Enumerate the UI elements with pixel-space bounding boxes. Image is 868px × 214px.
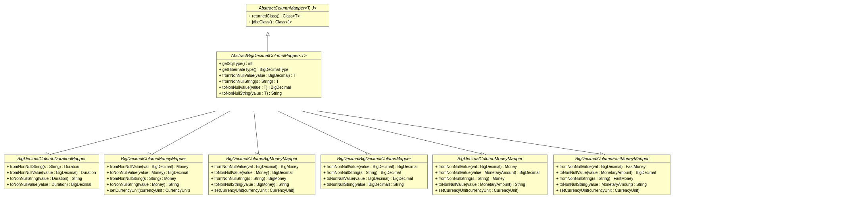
class-body: + fromNonNullValue(val : BigDecimal) : M… <box>104 162 203 195</box>
class-header: BigDecimalColumnDurationMapper <box>4 155 99 162</box>
class-header: AbstractBigDecimalColumnMapper<T> <box>217 52 321 59</box>
svg-line-3 <box>152 111 230 155</box>
svg-line-1 <box>50 111 216 155</box>
class-body: + fromNonNullValue(value : BigDecimal) :… <box>321 162 427 189</box>
class-body: + getSqlType() : int + getHibernateType(… <box>217 59 321 97</box>
big-money-mapper-class: BigDecimalColumnBigMoneyMapper + fromNon… <box>208 155 315 195</box>
big-decimal-mapper-class: BigDecimalBigDecimalColumnMapper + fromN… <box>321 155 428 189</box>
svg-line-11 <box>317 111 604 155</box>
fast-money-mapper-class: BigDecimalColumnFastMoneyMapper + fromNo… <box>553 155 670 195</box>
svg-line-5 <box>254 111 259 155</box>
class-body: + fromNonNullString(s : String) : Durati… <box>4 162 99 189</box>
class-header: BigDecimalColumnFastMoneyMapper <box>554 155 670 162</box>
abstract-big-decimal-mapper-class: AbstractBigDecimalColumnMapper<T> + getS… <box>216 52 321 98</box>
svg-line-9 <box>301 111 485 155</box>
duration-mapper-class: BigDecimalColumnDurationMapper + fromNon… <box>4 155 99 189</box>
class-header: BigDecimalBigDecimalColumnMapper <box>321 155 427 162</box>
class-header: BigDecimalColumnBigMoneyMapper <box>209 155 315 162</box>
class-header: AbstractColumnMapper<T, J> <box>246 4 329 12</box>
class-body: + fromNonNullValue(val : BigDecimal) : F… <box>554 162 670 195</box>
class-header: BigDecimalColumnMoneyMapper <box>433 155 547 162</box>
diagram-container: AbstractColumnMapper<T, J> + returnedCla… <box>0 0 868 214</box>
monetary-amount-mapper-class: BigDecimalColumnMoneyMapper + fromNonNul… <box>432 155 547 195</box>
svg-line-7 <box>278 111 370 155</box>
class-body: + fromNonNullValue(val : BigDecimal) : M… <box>433 162 547 195</box>
class-body: + returnedClass() : Class<T> + jdbcClass… <box>246 12 329 26</box>
class-body: + fromNonNullValue(val : BigDecimal) : B… <box>209 162 315 195</box>
class-header: BigDecimalColumnMoneyMapper <box>104 155 203 162</box>
money-mapper-class: BigDecimalColumnMoneyMapper + fromNonNul… <box>104 155 203 195</box>
abstract-column-mapper-class: AbstractColumnMapper<T, J> + returnedCla… <box>246 4 329 27</box>
